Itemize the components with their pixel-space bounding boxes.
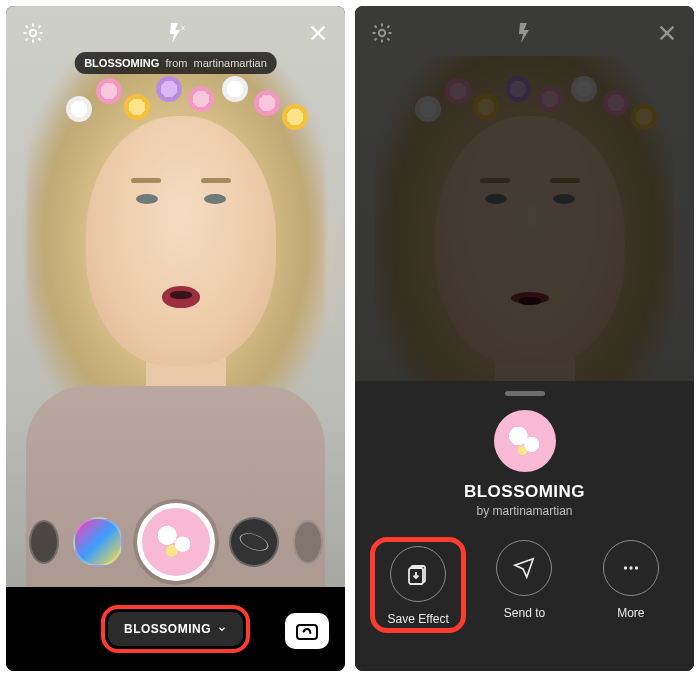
save-effect-icon xyxy=(390,546,446,602)
effect-attribution-pill[interactable]: BLOSSOMING from martinamartian xyxy=(74,52,277,74)
save-effect-button[interactable]: Save Effect xyxy=(373,540,463,630)
portrait-mouth xyxy=(162,286,200,308)
effect-author: martinamartian xyxy=(493,504,573,518)
sheet-actions-row: Save Effect Send to More xyxy=(355,540,694,648)
more-icon xyxy=(603,540,659,596)
send-to-button[interactable]: Send to xyxy=(479,540,569,630)
effect-avatar[interactable] xyxy=(494,410,556,472)
portrait-face xyxy=(435,116,625,366)
more-label: More xyxy=(617,606,644,620)
svg-rect-2 xyxy=(297,625,317,639)
effect-thumb[interactable] xyxy=(293,520,323,564)
camera-switch-button[interactable] xyxy=(285,613,329,649)
close-icon[interactable] xyxy=(654,20,680,46)
send-icon xyxy=(496,540,552,596)
effect-thumb[interactable] xyxy=(29,520,59,564)
effect-title: BLOSSOMING xyxy=(464,482,585,502)
effect-author-line[interactable]: by martinamartian xyxy=(476,504,572,518)
chevron-down-icon xyxy=(217,624,227,634)
portrait-brow xyxy=(201,178,231,183)
by-word: by xyxy=(476,504,489,518)
svg-point-6 xyxy=(624,566,627,569)
portrait-face xyxy=(86,116,276,366)
effect-carousel[interactable] xyxy=(6,497,345,587)
svg-point-7 xyxy=(629,566,632,569)
camera-screen-with-effect: x BLOSSOMING from martinamartian BLOSSOM… xyxy=(6,6,345,671)
sheet-grabber[interactable] xyxy=(505,391,545,396)
svg-point-8 xyxy=(635,566,638,569)
portrait-eye xyxy=(204,194,226,204)
gear-icon[interactable] xyxy=(20,20,46,46)
svg-text:x: x xyxy=(181,23,185,32)
effect-thumb[interactable] xyxy=(229,517,279,567)
svg-point-3 xyxy=(379,30,385,36)
flash-off-icon[interactable] xyxy=(512,20,538,46)
effect-author: martinamartian xyxy=(193,57,266,69)
current-effect-chip[interactable]: BLOSSOMING xyxy=(108,612,243,646)
effect-details-sheet-screen: BLOSSOMING by martinamartian Save Effect xyxy=(355,6,694,671)
effect-thumb[interactable] xyxy=(73,517,123,567)
send-to-label: Send to xyxy=(504,606,545,620)
camera-switch-icon xyxy=(295,621,319,641)
portrait-eye xyxy=(136,194,158,204)
more-button[interactable]: More xyxy=(586,540,676,630)
effect-name: BLOSSOMING xyxy=(84,57,159,69)
effect-thumb-selected[interactable] xyxy=(137,503,215,581)
flower-crown-overlay xyxy=(415,76,644,146)
flash-off-icon[interactable]: x xyxy=(163,20,189,46)
from-word: from xyxy=(165,57,187,69)
portrait-brow xyxy=(131,178,161,183)
current-effect-label: BLOSSOMING xyxy=(124,622,211,636)
flower-crown-overlay xyxy=(66,76,295,146)
close-icon[interactable] xyxy=(305,20,331,46)
camera-bottom-bar: BLOSSOMING xyxy=(6,587,345,671)
effect-bottom-sheet: BLOSSOMING by martinamartian Save Effect xyxy=(355,381,694,671)
gear-icon[interactable] xyxy=(369,20,395,46)
camera-top-bar xyxy=(355,6,694,66)
save-effect-label: Save Effect xyxy=(388,612,449,626)
svg-point-0 xyxy=(30,30,36,36)
